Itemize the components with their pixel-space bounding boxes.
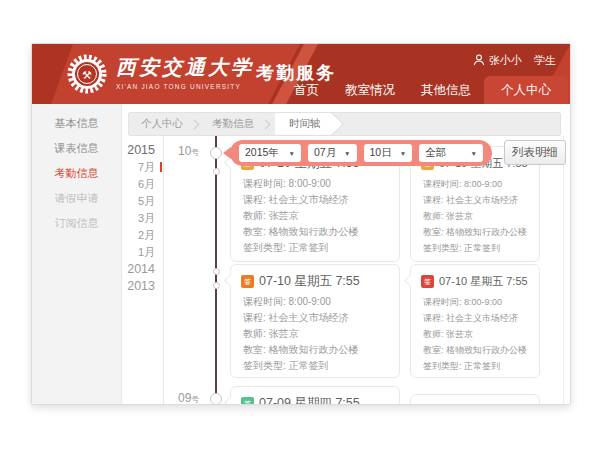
sidebar-item-label: 请假申请 [55,192,99,204]
timeline-scale-item[interactable]: 2014 [120,261,155,278]
timeline-node[interactable] [210,147,222,159]
card-field: 教师: 张芸京 [243,208,389,224]
sidebar-item[interactable]: 请假申请 [32,186,121,211]
field-label: 教师: [243,328,266,339]
attendance-card-stub[interactable] [410,394,540,405]
field-value: 正常签到 [464,361,500,371]
field-value: 格物致知行政办公楼 [269,344,359,355]
type-dropdown[interactable]: 全部▼ [419,144,483,162]
user-role: 学生 [534,53,556,68]
sidebar-item[interactable]: 订阅信息 [32,211,121,236]
year-dropdown[interactable]: 2015年▼ [239,144,301,162]
chevron-down-icon: ▼ [344,150,350,157]
nav-tab-label: 首页 [294,83,319,97]
card-field: 签到类型: 正常签到 [243,240,389,256]
field-label: 教室: [243,344,266,355]
field-value: 正常签到 [289,242,329,253]
chevron-right-icon [261,119,271,129]
timeline-node[interactable] [213,282,220,289]
card-field: 教师: 张芸京 [423,208,529,224]
field-value: 张芸京 [269,210,299,221]
nav-tab-label: 教室情况 [345,83,395,97]
nav-tab[interactable]: 其他信息 [408,76,484,104]
field-value: 张芸京 [269,328,299,339]
user-info[interactable]: 张小小 学生 [473,53,556,68]
university-name-cn: 西安交通大学 [116,54,254,81]
list-detail-button[interactable]: 列表明细 [504,140,566,165]
attendance-card[interactable]: 签 07-09 星期四 7:55 [230,386,400,405]
card-field: 教室: 格物致知行政办公楼 [243,224,389,240]
breadcrumb-item[interactable]: 考勤信息 [200,117,262,131]
field-label: 教师: [423,329,444,339]
user-name: 张小小 [489,53,522,68]
filter-bar: 2015年▼ 07月▼ 10日▼ 全部▼ [230,140,492,166]
field-label: 课程: [423,313,444,323]
month-dropdown[interactable]: 07月▼ [308,144,357,162]
card-field: 教室: 格物致知行政办公楼 [243,342,389,358]
card-field: 课程时间: 8:00-9:00 [423,176,529,192]
breadcrumb-item[interactable]: 个人中心 [129,117,191,131]
timeline-scale-item[interactable]: 1月 [120,244,155,261]
timeline-node[interactable] [213,268,220,275]
nav-tab-label: 其他信息 [421,83,471,97]
card-field: 课程时间: 8:00-9:00 [243,294,389,310]
timeline-node[interactable] [213,168,220,175]
sidebar-item[interactable]: 考勤信息 [32,161,121,186]
timeline-scale-label: 6月 [138,178,155,190]
sidebar-item-label: 课表信息 [55,142,99,154]
card-title: 07-10 星期五 7:55 [259,273,360,290]
card-field: 签到类型: 正常签到 [243,358,389,374]
card-field: 教师: 张芸京 [243,326,389,342]
right-divider [563,136,564,404]
nav-tab[interactable]: 个人中心 [484,76,568,104]
card-field: 课程时间: 8:00-9:00 [423,294,529,310]
timeline-scale-item[interactable]: 6月 [120,176,155,193]
field-label: 签到类型: [423,243,462,253]
attendance-card[interactable]: 签 07-10 星期五 7:55 课程时间: 8:00-9:00 课程: 社会主… [410,264,540,378]
chevron-down-icon: ▼ [400,150,406,157]
field-label: 教师: [243,210,266,221]
sidebar-item[interactable]: 基本信息 [32,111,121,136]
day-suffix: 号 [191,148,199,157]
chevron-down-icon: ▼ [471,150,477,157]
card-field: 课程: 社会主义市场经济 [243,192,389,208]
field-label: 教室: [243,226,266,237]
timeline-scale-label: 3月 [138,212,155,224]
field-value: 社会主义市场经济 [446,195,518,205]
field-label: 课程时间: [243,296,286,307]
timeline-node[interactable] [210,393,222,405]
timeline-scale-item[interactable]: 2月 [120,227,155,244]
card-field: 课程: 社会主义市场经济 [423,192,529,208]
stamp-icon: 签 [241,397,254,406]
card-header: 签 07-10 星期五 7:55 [241,272,389,290]
timeline-scale-item[interactable]: 2013 [120,278,155,295]
card-body: 课程时间: 8:00-9:00 课程: 社会主义市场经济 教师: 张芸京 教室:… [241,176,389,256]
day-value: 10日 [370,146,392,160]
day-number: 10 [178,144,191,158]
header: ⚒ 西安交通大学 XI'AN JIAO TONG UNIVERSITY 考勤服务… [32,44,570,104]
app-window: ⚒ 西安交通大学 XI'AN JIAO TONG UNIVERSITY 考勤服务… [31,43,571,405]
card-title: 07-09 星期四 7:55 [259,395,360,406]
sidebar-item-label: 基本信息 [55,117,99,129]
university-name-en: XI'AN JIAO TONG UNIVERSITY [116,83,254,90]
field-label: 课程时间: [423,297,462,307]
attendance-card[interactable]: 签 07-10 星期五 7:55 课程时间: 8:00-9:00 课程: 社会主… [230,264,400,378]
timeline-scale-item[interactable]: 7月 [120,159,155,176]
field-value: 正常签到 [289,360,329,371]
card-header: 签 07-09 星期四 7:55 [241,394,389,405]
day-dropdown[interactable]: 10日▼ [364,144,413,162]
day-label-09: 09号 [178,391,199,405]
timeline-scale-label: 2013 [127,279,155,293]
field-value: 张芸京 [446,211,473,221]
timeline-scale-item[interactable]: 5月 [120,193,155,210]
timeline-scale-item[interactable]: 2015 [120,142,155,159]
university-gear-logo-icon: ⚒ [66,53,108,95]
timeline-scale: 20157月6月5月3月2月1月20142013 [120,142,160,295]
sidebar: 基本信息课表信息考勤信息请假申请订阅信息 [32,104,122,405]
nav-tab[interactable]: 首页 [281,76,332,104]
sidebar-item[interactable]: 课表信息 [32,136,121,161]
nav-tab[interactable]: 教室情况 [332,76,408,104]
timeline-scale-label: 2015 [127,143,155,157]
breadcrumb: 个人中心 考勤信息 时间轴 [128,112,561,136]
timeline-scale-item[interactable]: 3月 [120,210,155,227]
